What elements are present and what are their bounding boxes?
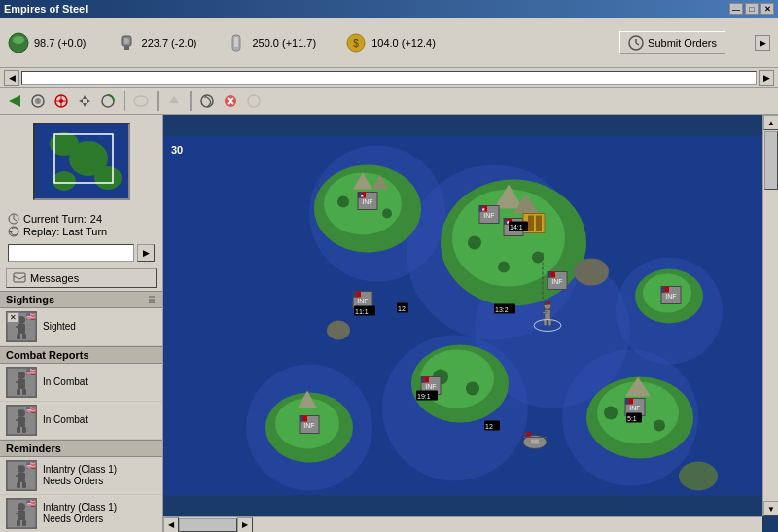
reminder-item-1[interactable]: 🇺🇸 Infantry (Class 1) Needs Orders	[0, 457, 162, 495]
svg-rect-192	[543, 312, 547, 314]
map-scroll-left[interactable]: ◀	[163, 517, 179, 533]
svg-text:12: 12	[398, 305, 406, 312]
svg-rect-187	[353, 292, 357, 298]
svg-rect-51	[18, 324, 25, 334]
svg-rect-165	[523, 433, 527, 437]
main-window: 98.7 (+0.0) 223.7 (-2.0) 250.0 (+11.7)	[0, 18, 778, 532]
tool-back-btn[interactable]	[4, 90, 25, 112]
map-svg: 30 INF 🇺🇸 ★ INF ★	[163, 115, 762, 516]
svg-point-124	[604, 407, 618, 420]
replay-go-button[interactable]: ▶	[137, 244, 155, 262]
map-scroll-right[interactable]: ▶	[237, 517, 253, 533]
row-number-label: 30	[171, 144, 183, 156]
scroll-right-arrow[interactable]: ▶	[759, 70, 774, 86]
svg-rect-175	[300, 416, 303, 422]
tool-oval-btn[interactable]	[130, 90, 152, 112]
svg-text:14:1: 14:1	[510, 224, 523, 231]
sightings-scroll-icon	[147, 295, 157, 304]
resource-icon-2	[116, 32, 137, 53]
svg-rect-65	[17, 427, 20, 433]
resource-icon-1	[8, 32, 29, 53]
resource-scroll-right[interactable]: ▶	[755, 35, 770, 51]
tool-circle1-btn[interactable]	[27, 90, 49, 112]
submit-orders-button[interactable]: Submit Orders	[619, 31, 725, 54]
svg-rect-63	[18, 417, 25, 427]
map-scroll-down[interactable]: ▼	[763, 501, 778, 516]
map-unit-group-2: INF ★	[479, 206, 499, 224]
tool-sep2	[157, 91, 159, 111]
resource-value-1: 98.7 (+0.0)	[34, 37, 87, 49]
map-scrollbar-vertical[interactable]: ▲ ▼	[762, 115, 778, 516]
svg-rect-77	[17, 520, 20, 526]
combat-reports-header: Combat Reports	[0, 346, 162, 364]
svg-point-117	[466, 382, 479, 396]
replay-icon	[8, 226, 19, 237]
resource-item-4: $ 104.0 (+12.4)	[345, 32, 436, 53]
svg-point-1	[13, 36, 24, 44]
tool-x-btn[interactable]	[220, 90, 241, 112]
map-scrollbar-horizontal[interactable]: ◀ ▶	[163, 516, 762, 532]
svg-rect-71	[17, 482, 20, 488]
svg-rect-163	[531, 440, 539, 444]
svg-point-109	[468, 236, 481, 250]
svg-point-68	[18, 465, 25, 473]
map-scroll-thumb-h[interactable]	[179, 518, 237, 532]
svg-point-62	[18, 409, 25, 417]
minimap[interactable]	[33, 123, 130, 200]
svg-text:11:1: 11:1	[355, 308, 369, 315]
svg-marker-21	[79, 99, 83, 103]
map-unit-group-4: INF	[548, 272, 567, 290]
scroll-left-arrow[interactable]: ◀	[4, 70, 19, 86]
tool-circle2-btn[interactable]	[243, 90, 265, 112]
svg-line-39	[14, 219, 17, 221]
replay-label: Replay: Last Turn	[23, 226, 107, 237]
combat-item-1[interactable]: 🇺🇸 In Combat	[0, 364, 162, 402]
map-scroll-thumb-v[interactable]	[764, 131, 778, 190]
svg-rect-58	[16, 381, 20, 383]
resource-value-2: 223.7 (-2.0)	[142, 37, 197, 49]
tool-patrol-btn[interactable]	[97, 90, 119, 112]
minimize-button[interactable]: —	[729, 3, 743, 15]
svg-rect-52	[16, 326, 20, 328]
reminder-unit-icon-1: 🇺🇸	[6, 460, 37, 491]
replay-input-area: ▶	[0, 242, 162, 266]
sightings-header: Sightings	[0, 291, 162, 308]
reminder-flag-2: 🇺🇸	[26, 499, 36, 508]
sightings-item-1[interactable]: ✕ 🇺🇸 Sighted	[0, 308, 162, 346]
resource-icon-3	[226, 32, 247, 53]
messages-button[interactable]: Messages	[6, 268, 157, 288]
svg-point-56	[18, 372, 25, 379]
resource-value-3: 250.0 (+11.7)	[252, 37, 316, 49]
svg-rect-193	[544, 320, 547, 326]
map-scroll-up[interactable]: ▲	[763, 115, 778, 130]
svg-rect-66	[22, 427, 26, 433]
svg-point-104	[382, 209, 392, 219]
svg-marker-20	[83, 103, 87, 107]
svg-point-125	[654, 420, 665, 432]
svg-rect-64	[16, 419, 20, 421]
close-button[interactable]: ✕	[760, 3, 774, 15]
svg-rect-60	[22, 389, 26, 395]
combat-item-2[interactable]: 🇺🇸 In Combat	[0, 402, 162, 440]
svg-point-14	[35, 98, 41, 104]
maximize-button[interactable]: □	[745, 3, 759, 15]
reminder-item-2[interactable]: 🇺🇸 Infantry (Class 1) Needs Orders	[0, 495, 162, 532]
combat-item-label-2: In Combat	[43, 414, 88, 425]
tool-move-btn[interactable]	[74, 90, 95, 112]
tool-target-btn[interactable]	[51, 90, 72, 112]
svg-marker-41	[9, 231, 13, 232]
tool-replay-btn[interactable]	[196, 90, 218, 112]
panel-info: Current Turn: 24 Replay: Last Turn	[0, 208, 162, 242]
tool-up-btn[interactable]	[163, 90, 185, 112]
reminders-header: Reminders	[0, 440, 162, 457]
svg-rect-54	[22, 334, 26, 339]
svg-point-74	[18, 503, 25, 511]
svg-rect-150	[548, 272, 551, 278]
map-area[interactable]: 30 INF 🇺🇸 ★ INF ★	[163, 115, 778, 532]
svg-text:19:1: 19:1	[417, 393, 431, 400]
current-turn-value: 24	[90, 213, 102, 225]
sightings-x-badge-1: ✕	[7, 312, 19, 323]
scroll-track[interactable]	[21, 71, 757, 85]
replay-input[interactable]	[8, 244, 134, 262]
svg-rect-194	[548, 320, 551, 326]
